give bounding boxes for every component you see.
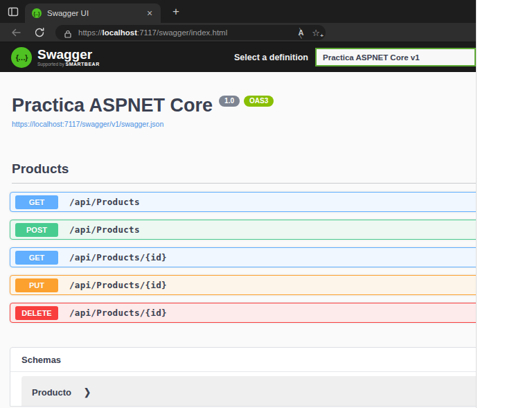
swagger-logo-text: Swagger <box>37 48 100 61</box>
operations-list: GET /api/Products POST /api/Products GET… <box>10 192 476 323</box>
api-info: Practica ASPNET Core 1.0 OAS3 <box>12 96 476 116</box>
swagger-logo-icon: {…} <box>11 47 32 68</box>
tag-section-header[interactable]: Products <box>12 161 477 184</box>
schema-model-name: Producto <box>32 387 71 398</box>
navigation-bar: https://localhost:7117/swagger/index.htm… <box>0 23 476 42</box>
spec-url-link[interactable]: https://localhost:7117/swagger/v1/swagge… <box>12 120 163 128</box>
schema-model-row[interactable]: Producto ❯ <box>21 376 477 407</box>
url-host: localhost <box>103 28 137 37</box>
operation-path: /api/Products/{id} <box>69 280 167 290</box>
version-badge: 1.0 <box>219 96 240 107</box>
operation-row[interactable]: GET /api/Products/{id} <box>10 247 477 267</box>
lock-icon <box>64 28 72 37</box>
tab-actions-icon[interactable] <box>7 6 19 18</box>
read-aloud-icon[interactable]: A﹨﹨ <box>298 28 303 37</box>
favorite-star-icon[interactable]: ☆+ <box>312 28 320 38</box>
new-tab-button[interactable]: + <box>169 5 183 19</box>
http-method-badge: GET <box>15 251 58 265</box>
operation-row[interactable]: DELETE /api/Products/{id} <box>10 303 477 323</box>
swagger-content: Practica ASPNET Core 1.0 OAS3 https://lo… <box>0 72 476 408</box>
http-method-badge: GET <box>15 195 58 209</box>
operation-row[interactable]: PUT /api/Products/{id} <box>10 275 477 295</box>
smartbear-credit: Supported by SMARTBEAR <box>37 62 100 66</box>
definition-select[interactable]: Practica ASPNET Core v1 <box>315 48 476 66</box>
operation-row[interactable]: GET /api/Products <box>10 192 477 212</box>
swagger-favicon-icon: {..} <box>32 8 42 18</box>
operation-path: /api/Products <box>69 224 140 235</box>
http-method-badge: POST <box>15 223 58 237</box>
operation-path: /api/Products/{id} <box>69 252 167 263</box>
tab-title: Swagger UI <box>47 9 144 17</box>
schemas-header[interactable]: Schemas <box>10 348 477 372</box>
models-list: Producto ❯ <box>10 372 477 407</box>
url-text: https://localhost:7117/swagger/index.htm… <box>78 28 290 37</box>
operation-path: /api/Products <box>69 197 140 207</box>
operation-row[interactable]: POST /api/Products <box>10 220 477 240</box>
http-method-badge: DELETE <box>15 306 58 320</box>
chevron-right-icon: ❯ <box>84 387 91 398</box>
browser-tab[interactable]: {..} Swagger UI × <box>25 3 161 23</box>
definition-selector: Select a definition Practica ASPNET Core… <box>234 48 476 66</box>
select-definition-label: Select a definition <box>234 53 308 62</box>
api-title: Practica ASPNET Core <box>12 96 213 116</box>
http-method-badge: PUT <box>15 278 58 292</box>
operation-path: /api/Products/{id} <box>69 308 167 318</box>
schemas-section: Schemas Producto ❯ <box>10 347 477 407</box>
swagger-topbar: {…} Swagger Supported by SMARTBEAR Selec… <box>0 42 476 72</box>
refresh-icon[interactable] <box>33 26 46 39</box>
address-bar[interactable]: https://localhost:7117/swagger/index.htm… <box>55 25 326 40</box>
browser-window: {..} Swagger UI × + https://localhost:71… <box>0 0 477 408</box>
back-icon[interactable] <box>10 26 22 39</box>
oas3-badge: OAS3 <box>244 96 274 107</box>
tab-close-icon[interactable]: × <box>144 8 155 18</box>
swagger-logo: {…} Swagger Supported by SMARTBEAR <box>11 47 100 68</box>
tab-strip: {..} Swagger UI × + <box>0 0 476 23</box>
